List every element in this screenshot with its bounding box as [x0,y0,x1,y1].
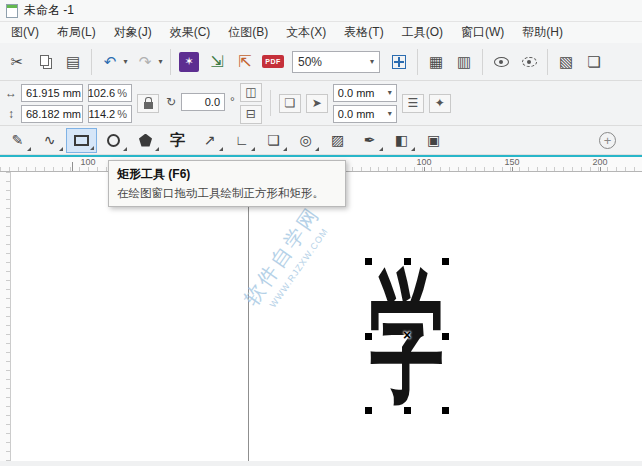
scale-v-field[interactable]: 114.2% [88,105,132,123]
selection-handle-top-left[interactable] [365,258,372,265]
mirror-vertical-button[interactable]: ⊟ [240,105,262,124]
eye-dashed-icon [522,57,537,67]
dimension-tool[interactable]: ↗ [194,128,225,153]
selection-handle-top-middle[interactable] [404,258,411,265]
customize-toolbox-button[interactable]: + [599,132,616,149]
toolbar-separator [170,49,171,75]
menu-tools[interactable]: 工具(O) [393,22,452,43]
undo-dropdown[interactable]: ▾ [121,57,130,66]
connector-tool[interactable]: ∟ [226,128,257,153]
menu-window[interactable]: 窗口(W) [452,22,513,43]
freehand-tool[interactable]: ✎ [2,128,33,153]
grid-icon: ▥ [457,53,471,71]
menu-view[interactable]: 图(V) [2,22,48,43]
outline-width-combo-top[interactable]: 0.0 mm▾ [333,84,397,102]
title-bar: 未命名 -1 [0,0,642,22]
selection-handle-top-right[interactable] [442,258,449,265]
extra-button-b[interactable]: ❏ [581,49,607,75]
cut-button[interactable]: ✂ [4,49,30,75]
zoom-level-combobox[interactable]: 50% ▾ [292,51,380,73]
zoom-fit-button[interactable] [386,49,412,75]
mirror-horizontal-icon: ◫ [245,85,256,99]
width-icon: ↔ [4,86,18,100]
menu-table[interactable]: 表格(T) [335,22,392,43]
rotation-angle-field[interactable]: 0.0 [181,93,225,111]
selection-center-marker[interactable]: × [403,327,411,343]
copy-button[interactable] [32,49,58,75]
vertical-ruler[interactable] [0,172,11,461]
ruler-label: 200 [590,157,609,167]
to-front-button[interactable]: ❏ [279,94,301,113]
ellipse-tool[interactable] [98,128,129,153]
import-button[interactable]: ⇲ [204,49,230,75]
drop-shadow-tool[interactable]: ❏ [258,128,289,153]
menu-object[interactable]: 对象(J) [105,22,161,43]
object-width-field[interactable]: 61.915 mm [21,84,83,102]
import-icon: ⇲ [210,52,223,71]
show-button[interactable] [488,49,514,75]
workspace: 软件自学网 WWW.RJZXW.COM 学 × [0,172,642,461]
eyedropper-tool[interactable]: ✒ [354,128,385,153]
undo-button[interactable]: ↶ [97,49,123,75]
menu-effects[interactable]: 效果(C) [161,22,220,43]
text-tool[interactable]: 字 [162,128,193,153]
selection-handle-bottom-right[interactable] [442,407,449,414]
drawing-canvas[interactable]: 软件自学网 WWW.RJZXW.COM 学 × [11,172,642,461]
lock-icon [144,102,153,109]
effects-button[interactable]: ✦ [429,94,451,113]
mirror-vertical-icon: ⊟ [246,107,256,121]
redo-dropdown[interactable]: ▾ [156,57,165,66]
options-icon: ☰ [407,96,418,110]
menu-text[interactable]: 文本(X) [277,22,335,43]
artistic-media-tool[interactable]: ∿ [34,128,65,153]
lock-ratio-button[interactable] [137,94,159,113]
redo-icon: ↷ [139,53,152,71]
selection-handle-bottom-middle[interactable] [404,407,411,414]
preview-button[interactable] [516,49,542,75]
watermark-text: 软件自学网 [231,191,333,321]
contour-icon: ◎ [299,132,311,148]
mirror-group: ◫ ⊟ [240,83,262,124]
freehand-icon: ✎ [12,132,24,148]
interactive-fill-tool[interactable]: ◧ [386,128,417,153]
smart-fill-tool[interactable]: ▣ [418,128,449,153]
menu-help[interactable]: 帮助(H) [513,22,572,43]
ruler-label: 100 [414,157,433,167]
show-grid-button[interactable]: ▥ [451,49,477,75]
selection-handle-middle-right[interactable] [442,333,449,340]
pick-mode-button[interactable]: ➤ [306,94,328,113]
ruler-label: 100 [78,157,97,167]
selection-handle-middle-left[interactable] [365,333,372,340]
watermark-url: WWW.RJZXW.COM [255,208,343,328]
polygon-icon [139,134,152,147]
menu-layout[interactable]: 布局(L) [48,22,105,43]
document-icon [6,4,18,18]
height-icon: ↕ [4,107,18,121]
options-button[interactable]: ☰ [402,94,424,113]
mirror-horizontal-button[interactable]: ◫ [240,83,262,102]
chevron-down-icon: ▾ [370,57,374,66]
tooltip-title: 矩形工具 (F6) [117,166,337,183]
menu-bitmaps[interactable]: 位图(B) [219,22,277,43]
show-rulers-button[interactable]: ▦ [423,49,449,75]
ruler-label: 150 [502,157,521,167]
extra-button-a[interactable]: ▧ [553,49,579,75]
effects-icon: ✦ [435,96,445,110]
export-button[interactable]: ⇱ [232,49,258,75]
transparency-tool[interactable]: ▨ [322,128,353,153]
redo-button[interactable]: ↷ [132,49,158,75]
toolbar-separator [482,49,483,75]
selection-handle-bottom-left[interactable] [365,407,372,414]
welcome-screen-button[interactable]: ✶ [176,49,202,75]
pick-arrow-icon: ➤ [312,96,322,110]
rectangle-tool[interactable] [66,128,97,153]
object-height-field[interactable]: 68.182 mm [21,105,83,123]
publish-pdf-button[interactable]: PDF [260,49,286,75]
scale-h-field[interactable]: 102.6% [88,84,132,102]
selected-object[interactable]: 学 × [368,261,446,411]
outline-width-combo-bottom[interactable]: 0.0 mm▾ [333,105,397,123]
polygon-tool[interactable] [130,128,161,153]
cut-icon: ✂ [11,53,24,71]
contour-tool[interactable]: ◎ [290,128,321,153]
paste-button[interactable]: ▤ [60,49,86,75]
